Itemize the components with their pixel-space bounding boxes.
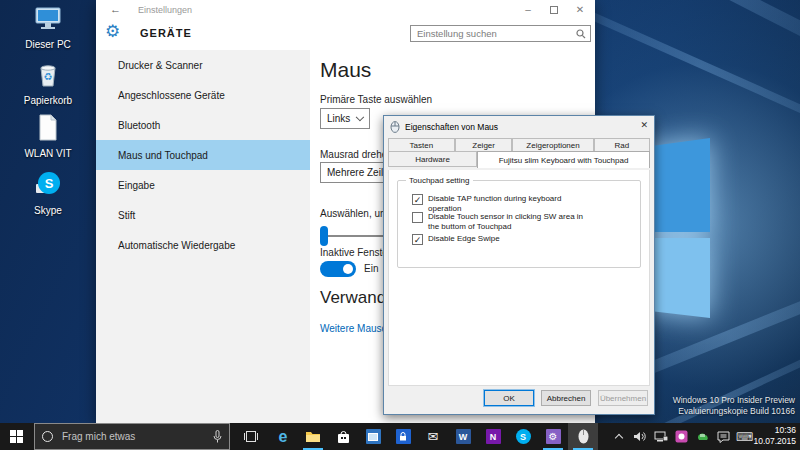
inactive-windows-label: Inaktive Fenste bbox=[320, 247, 388, 258]
desktop-icon-label: Dieser PC bbox=[10, 39, 86, 50]
ok-button[interactable]: OK bbox=[484, 390, 534, 406]
sidebar-item-label: Bluetooth bbox=[118, 120, 160, 131]
taskbar-clock[interactable]: 10:36 10.07.2015 bbox=[752, 425, 796, 447]
task-view-button[interactable] bbox=[236, 423, 266, 450]
sidebar-item-eingabe[interactable]: Eingabe bbox=[96, 170, 310, 200]
desktop-icon-wlan-vit[interactable]: WLAN VIT bbox=[10, 114, 86, 159]
clock-time: 10:36 bbox=[752, 425, 796, 436]
primary-button-dropdown[interactable]: Links bbox=[320, 108, 370, 129]
lock-app-icon[interactable] bbox=[388, 423, 418, 450]
remote-app-icon[interactable] bbox=[358, 423, 388, 450]
close-button[interactable]: ✕ bbox=[567, 0, 593, 19]
mail-icon[interactable]: ✉ bbox=[418, 423, 448, 450]
word-icon[interactable]: W bbox=[448, 423, 478, 450]
section-title: Maus bbox=[320, 58, 371, 82]
onenote-icon[interactable]: N bbox=[478, 423, 508, 450]
store-icon[interactable] bbox=[328, 423, 358, 450]
checkbox-checked-icon[interactable]: ✓ bbox=[412, 234, 423, 245]
dialog-buttons: OK Abbrechen Übernehmen bbox=[484, 390, 648, 406]
toggle-knob bbox=[343, 264, 353, 274]
tab-tasten[interactable]: Tasten bbox=[388, 138, 455, 151]
checkbox-label: Disable Edge Swipe bbox=[428, 234, 500, 244]
chevron-down-icon bbox=[356, 113, 364, 121]
slider-thumb[interactable] bbox=[320, 226, 328, 246]
green-tray-icon[interactable] bbox=[695, 429, 710, 444]
sidebar-item-drucker-scanner[interactable]: Drucker & Scanner bbox=[96, 50, 310, 80]
mouse-icon bbox=[390, 121, 400, 133]
scroll-inactive-label: Auswählen, um bbox=[320, 208, 388, 219]
dialog-titlebar[interactable]: Eigenschaften von Maus ✕ bbox=[384, 116, 654, 137]
dialog-tab-page: Touchpad setting ✓ Disable TAP function … bbox=[388, 170, 650, 386]
clock-date: 10.07.2015 bbox=[752, 436, 796, 447]
sidebar-item-angeschlossene-geraete[interactable]: Angeschlossene Geräte bbox=[96, 80, 310, 110]
network-icon[interactable] bbox=[653, 429, 668, 444]
desktop-icon-dieser-pc[interactable]: Dieser PC bbox=[10, 6, 86, 50]
touch-keyboard-icon[interactable]: ⌨ bbox=[737, 429, 752, 444]
taskbar-search-box[interactable]: Frag mich etwas bbox=[34, 423, 230, 450]
dialog-close-icon[interactable]: ✕ bbox=[640, 120, 648, 130]
skype-taskbar-icon[interactable]: S bbox=[508, 423, 538, 450]
touchpad-setting-group: Touchpad setting ✓ Disable TAP function … bbox=[397, 180, 641, 268]
checkbox-disable-edge-swipe[interactable]: ✓ Disable Edge Swipe bbox=[412, 234, 500, 245]
desktop-icon-label: WLAN VIT bbox=[10, 148, 86, 159]
checkbox-label: Disable TAP function during keyboard ope… bbox=[428, 194, 588, 214]
taskbar: Frag mich etwas e ✉ W N S bbox=[0, 423, 800, 450]
scroll-lines-slider[interactable] bbox=[320, 226, 386, 246]
desktop-icon-papierkorb[interactable]: ♻ Papierkorb bbox=[10, 62, 86, 106]
mouse-properties-taskbar-icon[interactable] bbox=[568, 423, 598, 450]
dropdown-value: Links bbox=[327, 113, 350, 124]
tray-expand-icon[interactable] bbox=[611, 429, 626, 444]
start-button[interactable] bbox=[0, 423, 32, 450]
checkbox-disable-touch-sensor[interactable]: Disable Touch sensor in clicking SW area… bbox=[412, 212, 588, 232]
sidebar-item-maus-und-touchpad[interactable]: Maus und Touchpad bbox=[96, 140, 310, 170]
tab-zeigeroptionen[interactable]: Zeigeroptionen bbox=[512, 138, 593, 151]
slider-track bbox=[320, 235, 386, 237]
cortana-icon bbox=[42, 431, 53, 442]
cancel-button[interactable]: Abbrechen bbox=[541, 390, 591, 406]
build-watermark: Windows 10 Pro Insider Preview Evaluieru… bbox=[673, 395, 795, 417]
windows-logo-icon bbox=[10, 430, 23, 443]
maximize-button[interactable] bbox=[541, 0, 567, 19]
apply-button: Übernehmen bbox=[598, 390, 648, 406]
taskbar-search-placeholder: Frag mich etwas bbox=[62, 431, 213, 442]
svg-text:S: S bbox=[45, 176, 54, 191]
related-settings-heading: Verwandt bbox=[320, 288, 391, 308]
gear-icon: ⚙ bbox=[105, 21, 120, 42]
document-icon bbox=[37, 114, 59, 141]
watermark-line1: Windows 10 Pro Insider Preview bbox=[673, 395, 795, 406]
volume-icon[interactable] bbox=[632, 429, 647, 444]
logo-pane bbox=[648, 238, 710, 318]
tab-fujitsu-touchpad[interactable]: Fujitsu slim Keyboard with Touchpad bbox=[477, 151, 650, 168]
sidebar-item-label: Angeschlossene Geräte bbox=[118, 90, 225, 101]
inactive-windows-toggle[interactable] bbox=[320, 261, 356, 277]
checkbox-unchecked-icon[interactable] bbox=[412, 212, 423, 223]
tab-zeiger[interactable]: Zeiger bbox=[455, 138, 513, 151]
sidebar-item-bluetooth[interactable]: Bluetooth bbox=[96, 110, 310, 140]
microphone-icon[interactable] bbox=[213, 430, 222, 443]
settings-app-icon[interactable]: ⚙ bbox=[538, 423, 568, 450]
edge-icon[interactable]: e bbox=[268, 423, 298, 450]
more-mouse-options-link[interactable]: Weitere Mauso bbox=[320, 323, 387, 334]
settings-search-box[interactable]: Einstellung suchen bbox=[410, 25, 591, 42]
teamviewer-tray-icon[interactable] bbox=[674, 429, 689, 444]
sidebar-item-label: Automatische Wiedergabe bbox=[118, 240, 235, 251]
dialog-title: Eigenschaften von Maus bbox=[405, 122, 498, 132]
dialog-tabs: Tasten Zeiger Zeigeroptionen Rad Hardwar… bbox=[388, 138, 650, 167]
settings-titlebar[interactable]: ← Einstellungen – ✕ bbox=[96, 0, 595, 22]
dropdown-value: Mehrere Zeile bbox=[327, 167, 389, 178]
search-placeholder: Einstellung suchen bbox=[417, 28, 576, 39]
sidebar-item-stift[interactable]: Stift bbox=[96, 200, 310, 230]
checkbox-checked-icon[interactable]: ✓ bbox=[412, 194, 423, 205]
sidebar-item-automatische-wiedergabe[interactable]: Automatische Wiedergabe bbox=[96, 230, 310, 260]
settings-sidebar: Drucker & Scanner Angeschlossene Geräte … bbox=[96, 50, 310, 423]
action-center-icon[interactable] bbox=[716, 429, 731, 444]
group-title: Touchpad setting bbox=[406, 176, 473, 185]
desktop-icon-skype[interactable]: S Skype bbox=[10, 170, 86, 216]
tab-hardware[interactable]: Hardware bbox=[388, 151, 477, 167]
checkbox-disable-tap[interactable]: ✓ Disable TAP function during keyboard o… bbox=[412, 194, 588, 214]
file-explorer-icon[interactable] bbox=[298, 423, 328, 450]
back-arrow-icon[interactable]: ← bbox=[110, 3, 121, 15]
minimize-button[interactable]: – bbox=[515, 0, 541, 19]
tab-rad[interactable]: Rad bbox=[594, 138, 650, 151]
svg-text:♻: ♻ bbox=[44, 71, 53, 82]
